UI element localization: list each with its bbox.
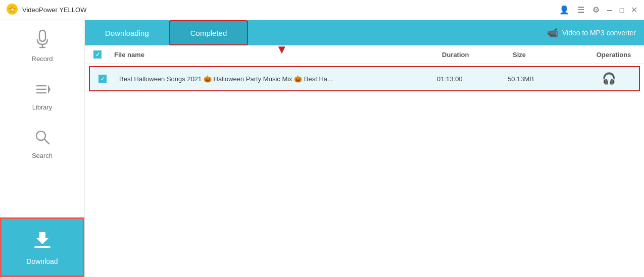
annotation-arrow: ▼ — [276, 42, 288, 57]
row-operations[interactable]: 🎧 — [578, 72, 639, 85]
row-filename: Best Halloween Songs 2021 🎃 Halloween Pa… — [115, 75, 437, 83]
minimize-button[interactable]: – — [606, 6, 614, 14]
search-label: Search — [32, 152, 53, 159]
app-title: VideoPower YELLOW — [22, 6, 557, 14]
converter-section: 📹 Video to MP3 converter — [547, 27, 644, 38]
table-row: Best Halloween Songs 2021 🎃 Halloween Pa… — [89, 66, 640, 91]
tab-downloading[interactable]: Downloading — [85, 20, 169, 45]
library-icon — [34, 81, 51, 100]
row-size: 50.13MB — [508, 75, 578, 83]
svg-line-11 — [44, 139, 49, 144]
download-icon — [31, 229, 54, 253]
profile-icon[interactable]: 👤 — [557, 4, 571, 16]
table-header: File name Duration Size Operations — [85, 45, 644, 64]
settings-icon[interactable]: ⚙ — [590, 4, 602, 16]
main-layout: Record Library Search — [0, 20, 644, 277]
title-bar: ★ VideoPower YELLOW 👤 ☰ ⚙ – □ ✕ — [0, 0, 644, 20]
svg-text:★: ★ — [11, 8, 15, 12]
header-check[interactable] — [85, 50, 110, 59]
tab-completed[interactable]: Completed — [169, 20, 249, 45]
header-operations: Operations — [583, 51, 644, 59]
library-label: Library — [32, 103, 53, 111]
svg-marker-13 — [36, 232, 48, 244]
converter-icon: 📹 — [547, 27, 558, 38]
sidebar: Record Library Search — [0, 20, 85, 277]
search-icon — [34, 129, 51, 149]
record-icon — [34, 29, 51, 52]
row-duration: 01:13:00 — [437, 75, 508, 83]
record-label: Record — [32, 55, 53, 63]
tab-bar: Downloading Completed ▼ 📹 Video to MP3 c… — [85, 20, 644, 45]
row-checkbox[interactable] — [98, 75, 107, 83]
close-button[interactable]: ✕ — [630, 6, 638, 14]
sidebar-item-record[interactable]: Record — [0, 20, 84, 72]
maximize-button[interactable]: □ — [618, 6, 626, 14]
header-size: Size — [513, 51, 583, 59]
window-controls: 👤 ☰ ⚙ – □ ✕ — [557, 4, 638, 16]
row-check[interactable] — [90, 75, 115, 83]
select-all-checkbox[interactable] — [93, 50, 102, 59]
sidebar-item-download[interactable]: Download — [0, 217, 84, 277]
svg-marker-9 — [48, 85, 51, 94]
converter-label[interactable]: Video to MP3 converter — [562, 29, 636, 37]
header-duration: Duration — [442, 51, 513, 59]
file-table: File name Duration Size Operations Best … — [85, 45, 644, 277]
app-logo: ★ — [6, 3, 18, 17]
content-area: Downloading Completed ▼ 📹 Video to MP3 c… — [85, 20, 644, 277]
sidebar-item-search[interactable]: Search — [0, 120, 84, 169]
list-icon[interactable]: ☰ — [575, 4, 586, 16]
download-label: Download — [26, 257, 58, 265]
svg-rect-3 — [39, 30, 45, 41]
svg-rect-12 — [34, 246, 51, 248]
sidebar-item-library[interactable]: Library — [0, 72, 84, 120]
headphones-icon[interactable]: 🎧 — [602, 72, 616, 85]
